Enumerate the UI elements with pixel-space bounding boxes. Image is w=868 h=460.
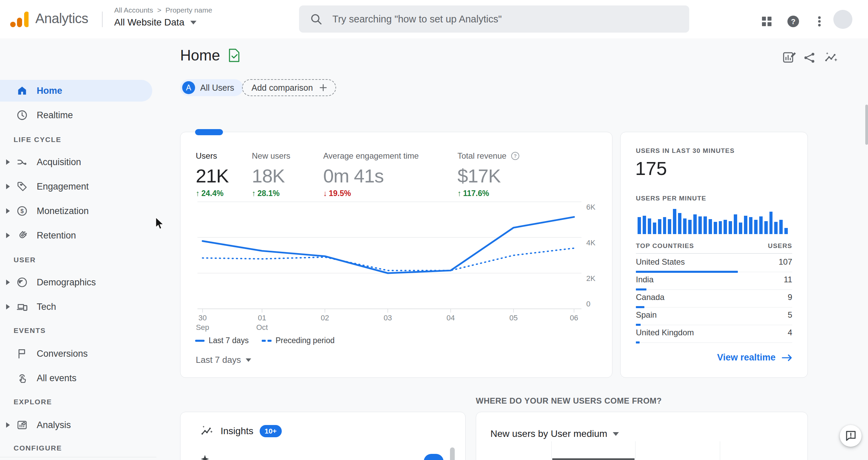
legend-solid-swatch [195, 340, 205, 342]
sparkle-icon [199, 454, 211, 460]
minute-bar [749, 217, 752, 234]
share-icon[interactable] [803, 51, 818, 67]
search-icon [309, 12, 323, 26]
new-users-dimension-selector[interactable]: New users by User medium [490, 428, 619, 439]
country-row-india: India11 [636, 272, 792, 290]
users-per-minute-label: USERS PER MINUTE [636, 195, 706, 202]
chart-legend: Last 7 daysPreceding period [195, 336, 335, 345]
new-users-selector-label: New users by User medium [490, 428, 607, 439]
sidebar-item-monetization[interactable]: $Monetization [0, 200, 152, 222]
date-range-selector[interactable]: Last 7 days [196, 355, 251, 365]
sidebar-item-label: Realtime [37, 110, 73, 121]
legend-label: Preceding period [276, 336, 335, 345]
sidebar-item-label: Acquisition [37, 157, 81, 167]
page-scrollbar[interactable] [865, 105, 868, 145]
insights-count-badge[interactable]: 10+ [260, 425, 282, 437]
insights-scrollbar[interactable] [450, 447, 455, 460]
minute-bar [739, 223, 742, 234]
chevron-expand-icon[interactable] [6, 422, 10, 428]
analytics-logo-icon [10, 9, 29, 28]
insights-header: Insights 10+ [199, 424, 282, 438]
sidebar-item-acquisition[interactable]: Acquisition [0, 151, 152, 173]
view-realtime-link[interactable]: View realtime [717, 352, 793, 363]
sidebar-item-realtime[interactable]: Realtime [0, 104, 152, 126]
breadcrumb-account[interactable]: All Accounts [114, 6, 153, 14]
sidebar-item-conversions[interactable]: Conversions [0, 343, 152, 365]
sidebar-item-label: Home [37, 86, 62, 96]
more-menu-icon[interactable] [812, 14, 827, 29]
sidebar-item-engagement[interactable]: Engagement [0, 176, 152, 197]
minute-bar [688, 220, 692, 234]
apps-grid-icon[interactable] [759, 14, 775, 29]
add-comparison-button[interactable]: Add comparison [242, 79, 336, 96]
user-avatar[interactable] [833, 10, 852, 29]
analytics-logo[interactable]: Analytics [10, 9, 88, 28]
chevron-down-icon [613, 432, 619, 436]
new-users-bar [552, 458, 635, 460]
breadcrumb[interactable]: All Accounts > Property name [114, 6, 212, 14]
minute-bar [658, 219, 661, 234]
metric-label-row: New users [252, 151, 290, 161]
help-icon[interactable]: ? [785, 14, 801, 29]
minute-bar [779, 220, 783, 234]
metric-average-engagement-time[interactable]: Average engagement time0m 41s↓19.5% [323, 151, 419, 198]
country-bar [636, 341, 640, 343]
property-selector-label: All Website Data [114, 17, 184, 28]
legend-item-last-7-days: Last 7 days [195, 336, 249, 345]
sidebar-item-tech[interactable]: Tech [0, 296, 152, 318]
breadcrumb-separator: > [157, 6, 161, 14]
sidebar-section-events: EVENTS [14, 326, 46, 335]
chevron-expand-icon[interactable] [6, 304, 10, 309]
svg-text:?: ? [514, 153, 517, 159]
metric-users[interactable]: Users21K↑24.4% [196, 151, 229, 198]
feedback-button[interactable] [840, 425, 862, 447]
minute-bar [683, 218, 687, 234]
sidebar: HomeRealtimeLIFE CYCLEAcquisitionEngagem… [0, 38, 156, 460]
svg-text:$: $ [20, 208, 24, 214]
metric-total-revenue[interactable]: Total revenue?$17K↑117.6% [457, 151, 520, 198]
search-input[interactable] [332, 13, 639, 25]
country-row-united-states: United States107 [636, 254, 792, 272]
metric-label: New users [252, 151, 290, 161]
help-icon[interactable]: ? [510, 151, 520, 161]
sidebar-item-demographics[interactable]: Demographics [0, 271, 152, 293]
svg-text:0: 0 [586, 300, 590, 308]
sidebar-item-all-events[interactable]: All events [0, 367, 152, 389]
sidebar-item-home[interactable]: Home [0, 80, 152, 102]
sidebar-item-label: Analysis [37, 420, 71, 430]
svg-text:Sep: Sep [196, 323, 209, 332]
property-selector[interactable]: All Website Data [114, 17, 196, 28]
insights-icon[interactable] [824, 50, 839, 66]
minute-bar [648, 218, 651, 234]
search-bar[interactable] [299, 5, 689, 33]
metric-value: $17K [457, 166, 520, 186]
country-users: 4 [788, 328, 792, 337]
engagement-icon [16, 181, 28, 192]
chart-gridline [551, 441, 552, 460]
country-name: India [636, 275, 654, 284]
chevron-expand-icon[interactable] [6, 208, 10, 214]
chevron-expand-icon[interactable] [6, 184, 10, 189]
chevron-expand-icon[interactable] [6, 233, 10, 238]
insights-title: Insights [221, 426, 254, 437]
chevron-down-icon [190, 21, 196, 24]
chevron-expand-icon[interactable] [6, 159, 10, 165]
insight-action-pill[interactable] [424, 454, 444, 460]
sidebar-divider [0, 457, 156, 457]
metric-value: 18K [252, 166, 290, 186]
metric-new-users[interactable]: New users18K↑28.1% [252, 151, 290, 198]
chevron-expand-icon[interactable] [6, 280, 10, 285]
metric-label-row: Total revenue? [457, 151, 520, 161]
sidebar-item-retention[interactable]: Retention [0, 225, 152, 246]
minute-bar [678, 213, 681, 234]
sidebar-section-configure: CONFIGURE [14, 444, 62, 452]
overview-tab-indicator[interactable] [195, 129, 223, 135]
country-name: United Kingdom [636, 328, 694, 337]
breadcrumb-property[interactable]: Property name [166, 6, 212, 14]
all-users-chip[interactable]: A All Users [180, 79, 243, 96]
svg-text:02: 02 [321, 314, 329, 322]
users-per-minute-chart [638, 207, 788, 234]
sidebar-item-analysis[interactable]: Analysis [0, 414, 152, 436]
countries-table-header: TOP COUNTRIES USERS [636, 242, 792, 254]
customize-report-icon[interactable] [782, 50, 797, 65]
